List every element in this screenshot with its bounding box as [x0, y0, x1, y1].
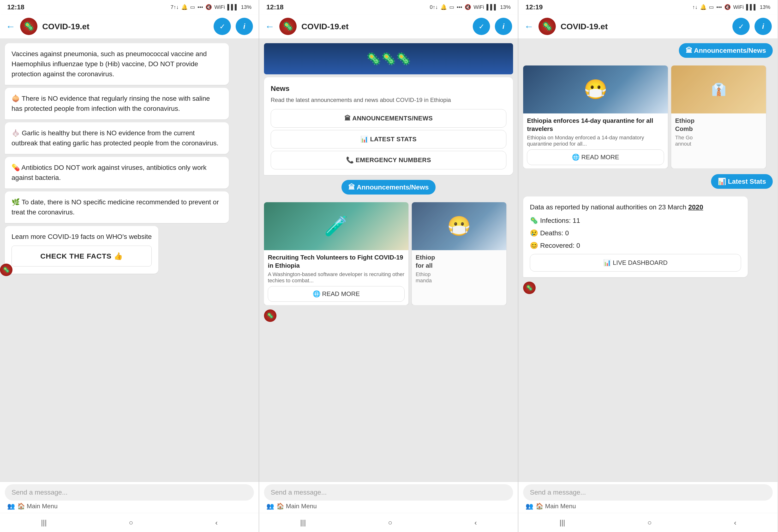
gesture-recent-1[interactable]: |||	[41, 519, 47, 527]
status-bar-1: 12:18 7↑↓ 🔔 ▭ ••• 🔇 WiFi ▌▌▌ 13%	[0, 0, 259, 14]
nav-bar-1: ← 🦠 COVID-19.et ✓ i	[0, 14, 259, 38]
bottom-bar-1: Send a message... 👥 🏠 Main Menu	[0, 481, 259, 513]
news-title: News	[271, 83, 507, 94]
virus-icon-2: 🦠	[283, 21, 294, 31]
announcements-pill-wrap: 🏛 Announcements/News	[264, 180, 513, 197]
news-desc: Read the latest announcements and news a…	[271, 96, 507, 104]
ethiopia-card: 👔 EthiopComb The Goannout	[671, 66, 766, 168]
gesture-bar-2: ||| ○ ‹	[259, 513, 518, 532]
bot-avatar-small-1: 🦠	[0, 264, 12, 276]
gesture-recent-2[interactable]: |||	[300, 519, 306, 527]
check-button-1[interactable]: ✓	[214, 18, 231, 35]
message-text-3: 🧄 Garlic is healthy but there is NO evid…	[11, 129, 218, 147]
gesture-bar-3: ||| ○ ‹	[518, 513, 778, 532]
chat-message-6: Learn more COVID-19 facts on WHO's websi…	[5, 226, 158, 274]
stats-date-label: Data as reported by national authorities…	[530, 203, 686, 211]
back-button-3[interactable]: ←	[524, 21, 534, 32]
main-menu-1[interactable]: 👥 🏠 Main Menu	[5, 501, 254, 512]
gesture-back-3[interactable]: ‹	[734, 519, 736, 527]
back-button-2[interactable]: ←	[265, 21, 275, 32]
info-button-1[interactable]: i	[236, 18, 253, 35]
bot-avatar-1: 🦠	[20, 18, 37, 35]
kb-icon-2: 0↑↓	[430, 4, 438, 10]
chat-area-3: 🏛 Announcements/News Ethiopia enforces 1…	[518, 38, 778, 481]
gesture-home-1[interactable]: ○	[129, 519, 133, 527]
stats-pill-3: 📊 Latest Stats	[711, 174, 773, 189]
nav-title-1: COVID-19.et	[42, 22, 209, 31]
techvol-read-more[interactable]: 🌐 READ MORE	[268, 286, 405, 302]
ethiopia-title: EthiopComb	[675, 117, 762, 133]
chat-area-2: 🦠🦠🦠 News Read the latest announcements a…	[259, 38, 518, 481]
main-menu-2[interactable]: 👥 🏠 Main Menu	[264, 501, 513, 512]
techvol-img	[264, 202, 408, 250]
wifi-icon-2: WiFi	[473, 4, 484, 10]
gesture-back-1[interactable]: ‹	[215, 519, 218, 527]
quarantine-title: Ethiopia enforces 14-day quarantine for …	[527, 117, 664, 133]
chat-message-4: 💊 Antibiotics DO NOT work against viruse…	[5, 157, 229, 188]
stats-btn[interactable]: 📊 LATEST STATS	[271, 130, 507, 149]
stats-date: Data as reported by national authorities…	[530, 202, 741, 212]
announcements-btn[interactable]: 🏛 ANNOUNCEMENTS/NEWS	[271, 109, 507, 127]
ethiopia-desc: The Goannout	[675, 135, 762, 147]
card2-body: Ethiopfor all Ethiopmanda	[412, 250, 507, 287]
back-button-1[interactable]: ←	[6, 21, 15, 32]
check-facts-button[interactable]: CHECK THE FACTS 👍	[11, 246, 152, 266]
mute-icon: 🔇	[206, 4, 212, 10]
nav-bar-3: ← 🦠 COVID-19.et ✓ i	[518, 14, 778, 38]
main-menu-3[interactable]: 👥 🏠 Main Menu	[523, 501, 773, 512]
stats-bubble: Data as reported by national authorities…	[523, 196, 748, 277]
techvol-title: Recruiting Tech Volunteers to Fight COVI…	[268, 254, 405, 270]
screen-icon: ▭	[190, 4, 195, 10]
gesture-home-2[interactable]: ○	[388, 519, 392, 527]
wifi-icon-3: WiFi	[733, 4, 744, 10]
message-input-1[interactable]: Send a message...	[5, 484, 254, 501]
battery-1: 13%	[241, 4, 251, 10]
info-button-3[interactable]: i	[755, 18, 772, 35]
gesture-bar-1: ||| ○ ‹	[0, 513, 259, 532]
dots-icon: •••	[198, 4, 203, 10]
virus-icon-3: 🦠	[542, 21, 553, 31]
bot-avatar-2: 🦠	[279, 18, 297, 35]
quarantine-read-more[interactable]: 🌐 READ MORE	[527, 150, 664, 165]
status-time-2: 12:18	[266, 3, 284, 11]
ann-pill-wrap-3: 🏛 Announcements/News	[523, 43, 773, 61]
stats-recovered: 😊 Recovered: 0	[530, 241, 741, 251]
notification-icon: 🔔	[181, 4, 188, 10]
nav-bar-2: ← 🦠 COVID-19.et ✓ i	[259, 14, 518, 38]
quarantine-desc: Ethiopia on Monday enforced a 14-day man…	[527, 135, 664, 147]
main-menu-label-1: 🏠 Main Menu	[17, 503, 58, 510]
gesture-back-2[interactable]: ‹	[474, 519, 477, 527]
card2-img	[412, 202, 507, 250]
check-button-3[interactable]: ✓	[732, 18, 750, 35]
news-card-2: Ethiopfor all Ethiopmanda	[412, 202, 507, 305]
status-icons-1: 7↑↓ 🔔 ▭ ••• 🔇 WiFi ▌▌▌ 13%	[171, 4, 251, 10]
quarantine-img	[523, 66, 668, 113]
quarantine-body: Ethiopia enforces 14-day quarantine for …	[523, 113, 668, 168]
bot-row-2: 🦠	[264, 309, 513, 322]
news-cards-2: Recruiting Tech Volunteers to Fight COVI…	[264, 202, 513, 305]
announcements-pill: 🏛 Announcements/News	[341, 180, 435, 194]
gesture-home-3[interactable]: ○	[647, 519, 652, 527]
menu-icon-2: 👥	[266, 503, 274, 510]
message-input-2[interactable]: Send a message...	[264, 484, 513, 501]
check-button-2[interactable]: ✓	[473, 18, 490, 35]
live-dashboard-btn[interactable]: 📊 LIVE DASHBOARD	[530, 254, 741, 271]
message-text-5: 🌿 To date, there is NO specific medicine…	[11, 198, 219, 216]
message-text-4: 💊 Antibiotics DO NOT work against viruse…	[11, 164, 207, 181]
message-text-6: Learn more COVID-19 facts on WHO's websi…	[11, 233, 152, 240]
emergency-btn[interactable]: 📞 EMERGENCY NUMBERS	[271, 151, 507, 169]
main-menu-label-3: 🏠 Main Menu	[536, 503, 576, 510]
gesture-recent-3[interactable]: |||	[559, 519, 565, 527]
mute-icon-3: 🔇	[724, 4, 731, 10]
chat-message-1: Vaccines against pneumonia, such as pneu…	[5, 43, 229, 85]
nav-title-3: COVID-19.et	[561, 22, 727, 31]
kb-icon-3: ↑↓	[692, 4, 698, 10]
status-time-3: 12:19	[526, 3, 543, 11]
panel-2: 12:18 0↑↓ 🔔 ▭ ••• 🔇 WiFi ▌▌▌ 13% ← 🦠 COV…	[259, 0, 518, 532]
status-bar-2: 12:18 0↑↓ 🔔 ▭ ••• 🔇 WiFi ▌▌▌ 13%	[259, 0, 518, 14]
message-text-2: 🧅 There is NO evidence that regularly ri…	[11, 95, 210, 112]
info-button-2[interactable]: i	[495, 18, 512, 35]
menu-icon-1: 👥	[7, 503, 15, 510]
message-input-3[interactable]: Send a message...	[523, 484, 773, 501]
bot-row-3: 🦠	[523, 282, 773, 294]
